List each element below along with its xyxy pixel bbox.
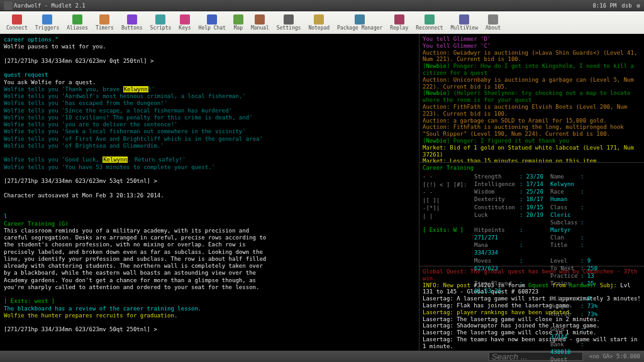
tool-reconnect[interactable]: Reconnect <box>412 13 447 32</box>
tool-notepad[interactable]: Notepad <box>304 13 333 32</box>
tool-package-manager[interactable]: Package Manager <box>333 13 386 32</box>
user-menu[interactable]: dsb <box>621 3 631 9</box>
gear-icon[interactable]: ⚙ <box>637 3 640 9</box>
dash-icon[interactable] <box>4 1 13 10</box>
tool-scripts[interactable]: Scripts <box>147 13 175 32</box>
tool-map[interactable]: Map <box>230 13 247 32</box>
tool-buttons[interactable]: Buttons <box>118 13 147 32</box>
tool-replay[interactable]: Replay <box>386 13 412 32</box>
tool-keys[interactable]: Keys <box>175 13 194 32</box>
tool-timers[interactable]: Timers <box>92 13 118 32</box>
clock: 8:16 PM <box>592 3 616 9</box>
stats-pane: Career Training - -[(!) < ] [#]: - - |[ … <box>419 163 644 266</box>
tool-settings[interactable]: Settings <box>273 13 305 32</box>
chat-pane: You tell Glimmer 'D'You tell Glimmer 'C'… <box>419 34 644 163</box>
tool-about[interactable]: About <box>482 13 504 32</box>
tool-multiview[interactable]: MultiView <box>447 13 482 32</box>
tool-aliases[interactable]: Aliases <box>63 13 92 32</box>
tool-help-chat[interactable]: Help Chat <box>195 13 230 32</box>
tool-manual[interactable]: Manual <box>247 13 273 32</box>
toolbar: ConnectTriggersAliasesTimersButtonsScrip… <box>0 11 644 34</box>
window-title: Aardwolf - Mudlet 2.1 <box>14 3 86 9</box>
os-menubar: Aardwolf - Mudlet 2.1 8:16 PM dsb ⚙ <box>0 0 644 11</box>
tool-connect[interactable]: Connect <box>3 13 31 32</box>
main-output: career options."Wolfie pauses to wait fo… <box>0 34 419 351</box>
tool-triggers[interactable]: Triggers <box>31 13 64 32</box>
